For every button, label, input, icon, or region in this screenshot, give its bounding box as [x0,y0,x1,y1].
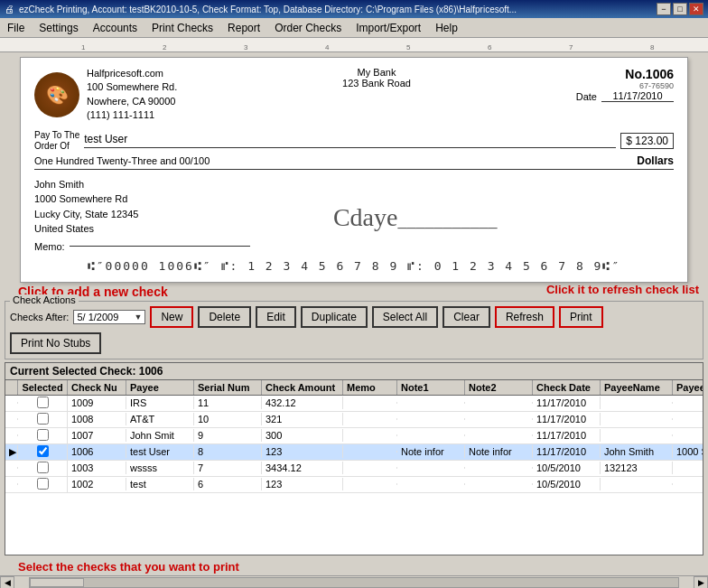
scroll-track[interactable] [29,577,679,588]
row-amount: 300 [262,429,343,442]
edit-button[interactable]: Edit [256,306,296,328]
main-content: 🎨 Halfpricesoft.com 100 Somewhere Rd. No… [0,52,708,588]
check-actions-label: Check Actions [10,294,79,305]
instructions-row: Click to add a new check Click it to ref… [0,283,708,301]
refresh-button[interactable]: Refresh [495,306,554,328]
row-memo [343,483,397,485]
menu-report[interactable]: Report [220,20,267,36]
row-memo [343,434,397,436]
row-checkbox-cell[interactable] [18,477,68,492]
row-indicator [5,402,18,404]
th-indicator [5,380,18,395]
micr-line: ⑆″00000 1006⑆″ ⑈: 1 2 3 4 5 6 7 8 9 ⑈: 0… [34,259,674,273]
new-button[interactable]: New [150,306,193,328]
row-memo [343,402,397,404]
checks-after-label: Checks After: [10,312,69,322]
maximize-button[interactable]: □ [673,3,687,15]
th-payee: Payee [126,380,194,395]
table-row[interactable]: 1007 John Smit 9 300 11/17/2010 [5,428,703,444]
print-no-stubs-button[interactable]: Print No Stubs [10,332,101,354]
scroll-thumb[interactable] [30,578,84,587]
row-payeeaddr [673,434,703,436]
menu-help[interactable]: Help [428,20,465,36]
row-checkbox[interactable] [37,397,49,408]
row-amount: 432.12 [262,397,343,409]
scroll-left-button[interactable]: ◀ [0,576,14,589]
minimize-button[interactable]: − [657,3,671,15]
row-serial: 6 [194,478,262,490]
row-checkbox[interactable] [37,462,49,473]
row-checkbox-cell[interactable] [18,461,68,476]
row-serial: 9 [194,429,262,442]
horizontal-scrollbar[interactable]: ◀ ▶ [0,575,708,588]
row-checknum: 1006 [68,445,126,458]
row-indicator [5,483,18,485]
table-row[interactable]: 1009 IRS 11 432.12 11/17/2010 [5,396,703,412]
menu-accounts[interactable]: Accounts [86,20,144,36]
row-serial: 7 [194,462,262,474]
row-serial: 10 [194,413,262,425]
select-hint: Select the checks that you want to print [0,558,708,575]
row-payeename [601,418,673,420]
menu-settings[interactable]: Settings [32,20,85,36]
ruler: 1 2 3 4 5 6 7 8 [0,38,708,52]
pay-to-line: Pay To TheOrder Of test User $ 123.00 [34,130,674,152]
row-note1 [397,418,465,420]
date-dropdown[interactable]: 5/ 1/2009 ▼ [73,310,145,324]
row-date: 10/5/2010 [533,478,601,490]
close-button[interactable]: ✕ [689,3,703,15]
print-button[interactable]: Print [559,306,603,328]
app-icon: 🖨 [5,4,14,14]
menu-file[interactable]: File [0,20,32,36]
row-date: 11/17/2010 [533,397,601,409]
table-row[interactable]: 1003 wssss 7 3434.12 10/5/2010 132123 [5,461,703,477]
th-amount: Check Amount [262,380,343,395]
menu-import-export[interactable]: Import/Export [349,20,428,36]
row-checkbox-cell[interactable] [18,444,68,460]
row-serial: 11 [194,397,262,409]
row-payeeaddr [673,418,703,420]
row-memo [343,451,397,453]
table-row[interactable]: ▶ 1006 test User 8 123 Note infor Note i… [5,444,703,461]
menu-order-checks[interactable]: Order Checks [267,20,349,36]
signature-image: Cdaye___________ [333,203,498,232]
row-checkbox[interactable] [37,478,49,490]
row-checkbox-cell[interactable] [18,428,68,443]
th-payeename: PayeeName [601,380,673,395]
actions-row: Checks After: 5/ 1/2009 ▼ New Delete Edi… [10,306,698,354]
check-from: Halfpricesoft.com 100 Somewhere Rd. Nowh… [87,67,177,123]
row-checknum: 1003 [68,462,126,474]
row-note2 [465,434,533,436]
menu-print-checks[interactable]: Print Checks [144,20,220,36]
refresh-instruction: Click it to refresh check list [546,283,699,301]
row-checknum: 1009 [68,397,126,409]
row-checkbox-cell[interactable] [18,412,68,427]
row-checkbox[interactable] [37,429,49,441]
row-checkbox-cell[interactable] [18,396,68,411]
row-indicator [5,434,18,436]
row-payeeaddr [673,467,703,469]
row-note2 [465,467,533,469]
table-row[interactable]: 1008 AT&T 10 321 11/17/2010 [5,412,703,428]
duplicate-button[interactable]: Duplicate [301,306,368,328]
row-payee: John Smit [126,429,194,442]
row-checknum: 1002 [68,478,126,490]
scroll-right-button[interactable]: ▶ [694,576,708,589]
row-checkbox[interactable] [37,413,49,425]
row-checkbox[interactable] [37,445,49,457]
row-note1 [397,402,465,404]
delete-button[interactable]: Delete [198,306,251,328]
row-payeeaddr: 1000 Some [673,445,703,458]
check-bank: My Bank 123 Bank Road [342,67,411,123]
clear-button[interactable]: Clear [442,306,490,328]
select-all-button[interactable]: Select All [372,306,438,328]
ruler-mark-2: 2 [163,43,166,51]
payee-address: John Smith 1000 Somewhere Rd Lucky City,… [34,177,138,237]
table-title: Current Selected Check: 1006 [5,363,703,380]
th-checknum: Check Nu [68,380,126,395]
row-amount: 321 [262,413,343,425]
table-row[interactable]: 1002 test 6 123 10/5/2010 [5,477,703,493]
menu-bar: File Settings Accounts Print Checks Repo… [0,18,708,38]
check-table: Current Selected Check: 1006 Selected Ch… [5,362,703,555]
th-note2: Note2 [465,380,533,395]
